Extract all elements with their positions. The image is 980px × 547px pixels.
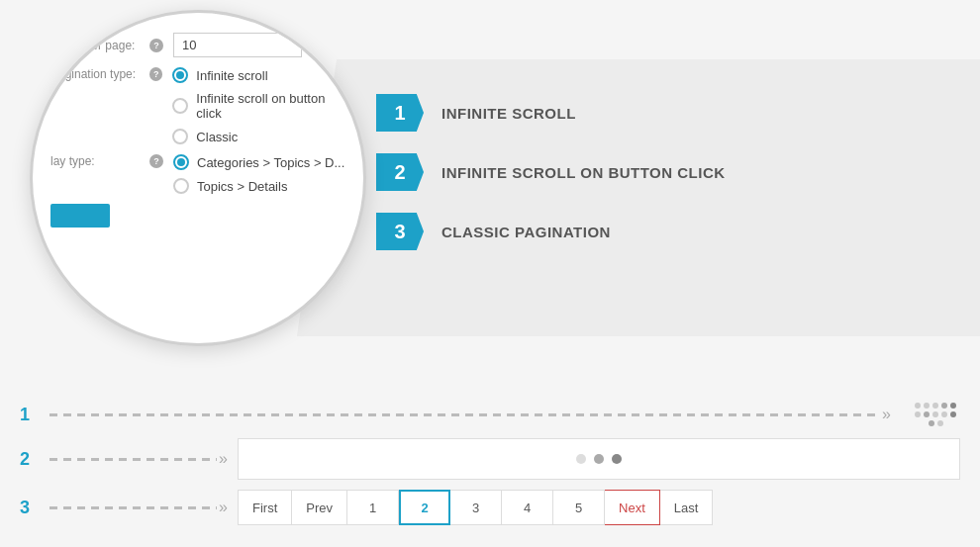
display-radio-group: Categories > Topics > D... Topics > Deta… xyxy=(173,154,344,194)
spinner-dot xyxy=(915,403,921,409)
pagination-help-icon[interactable]: ? xyxy=(149,67,162,81)
pagination-radio-group: Infinite scroll Infinite scroll on butto… xyxy=(172,67,345,144)
radio-circle-infinite[interactable] xyxy=(172,67,188,83)
radio-infinite-scroll[interactable]: Infinite scroll xyxy=(172,67,345,83)
magnifier: topics per page: ? Pagination type: ? In… xyxy=(0,0,396,396)
pagination-classic: First Prev 1 2 3 4 5 Next Last xyxy=(238,490,713,525)
radio-label-classic: Classic xyxy=(196,130,238,144)
radio-label-topics: Topics > Details xyxy=(197,179,287,194)
topics-per-page-input[interactable] xyxy=(173,33,302,57)
topics-per-page-label: topics per page: xyxy=(50,39,140,52)
spinner-dot xyxy=(932,403,938,409)
spinner-dot xyxy=(941,403,947,409)
load-dot-light xyxy=(576,454,586,464)
page-prev-button[interactable]: Prev xyxy=(292,490,347,525)
spinner-dot xyxy=(941,411,947,417)
page-last-button[interactable]: Last xyxy=(660,490,714,525)
radio-label-categories: Categories > Topics > D... xyxy=(197,155,344,170)
radio-circle-topics[interactable] xyxy=(173,178,189,194)
info-item-2: 2 INFINITE SCROLL ON BUTTON CLICK xyxy=(376,153,726,191)
page-next-button[interactable]: Next xyxy=(605,490,660,525)
row-1: 1 » xyxy=(20,403,960,426)
info-items-container: 1 INFINITE SCROLL 2 INFINITE SCROLL ON B… xyxy=(376,94,726,250)
page-2-button[interactable]: 2 xyxy=(399,490,450,525)
spinner-dot xyxy=(950,403,956,409)
page-4-button[interactable]: 4 xyxy=(502,490,553,525)
radio-label-infinite: Infinite scroll xyxy=(196,68,267,83)
spinner-dot xyxy=(950,411,956,417)
info-item-3: 3 CLASSIC PAGINATION xyxy=(376,213,726,250)
radio-circle-categories[interactable] xyxy=(173,154,189,170)
page-first-button[interactable]: First xyxy=(238,490,292,525)
display-type-label: lay type: xyxy=(50,154,140,168)
spinner-dot xyxy=(937,420,943,426)
scroll-line-2: » xyxy=(49,450,228,468)
radio-circle-button[interactable] xyxy=(172,98,188,114)
page-3-button[interactable]: 3 xyxy=(450,490,502,525)
row-number-3: 3 xyxy=(20,498,49,518)
load-dot-dark xyxy=(612,454,622,464)
radio-topics[interactable]: Topics > Details xyxy=(173,178,344,194)
row-number-2: 2 xyxy=(20,449,49,470)
dash-line-3 xyxy=(49,506,217,509)
loading-spinner xyxy=(911,403,960,426)
label-1: INFINITE SCROLL xyxy=(441,105,576,122)
radio-label-button: Infinite scroll on button click xyxy=(196,91,345,121)
page-1-button[interactable]: 1 xyxy=(347,490,399,525)
pagination-type-label: Pagination type: xyxy=(50,67,140,81)
info-item-1: 1 INFINITE SCROLL xyxy=(376,94,726,132)
spinner-dot xyxy=(929,420,934,426)
label-3: CLASSIC PAGINATION xyxy=(441,224,611,240)
dash-line-2 xyxy=(49,458,217,461)
radio-circle-classic[interactable] xyxy=(172,129,188,144)
display-help-icon[interactable]: ? xyxy=(149,154,163,168)
scroll-line-1: » xyxy=(49,406,891,423)
spinner-dot xyxy=(924,403,930,409)
magnifier-circle: topics per page: ? Pagination type: ? In… xyxy=(30,10,366,346)
load-more-button-box[interactable] xyxy=(238,438,960,480)
radio-categories[interactable]: Categories > Topics > D... xyxy=(173,154,344,170)
radio-classic[interactable]: Classic xyxy=(172,129,345,144)
arrow-end-2: » xyxy=(219,450,228,468)
arrow-end-1: » xyxy=(882,406,891,423)
spinner-dot xyxy=(915,411,921,417)
bottom-section: 1 » 2 » xyxy=(0,403,980,537)
topics-help-icon[interactable]: ? xyxy=(149,39,163,52)
label-2: INFINITE SCROLL ON BUTTON CLICK xyxy=(441,164,726,181)
radio-infinite-button[interactable]: Infinite scroll on button click xyxy=(172,91,345,121)
arrow-end-3: » xyxy=(219,499,228,516)
row-3: 3 » First Prev 1 2 3 4 5 Next Last xyxy=(20,490,960,525)
spinner-dot xyxy=(924,411,930,417)
row-2: 2 » xyxy=(20,438,960,480)
scroll-line-3: » xyxy=(49,499,228,516)
load-dot-medium xyxy=(594,454,604,464)
page-5-button[interactable]: 5 xyxy=(553,490,605,525)
row-number-1: 1 xyxy=(20,405,49,425)
dash-line-1 xyxy=(49,413,880,416)
spinner-dot xyxy=(932,411,938,417)
